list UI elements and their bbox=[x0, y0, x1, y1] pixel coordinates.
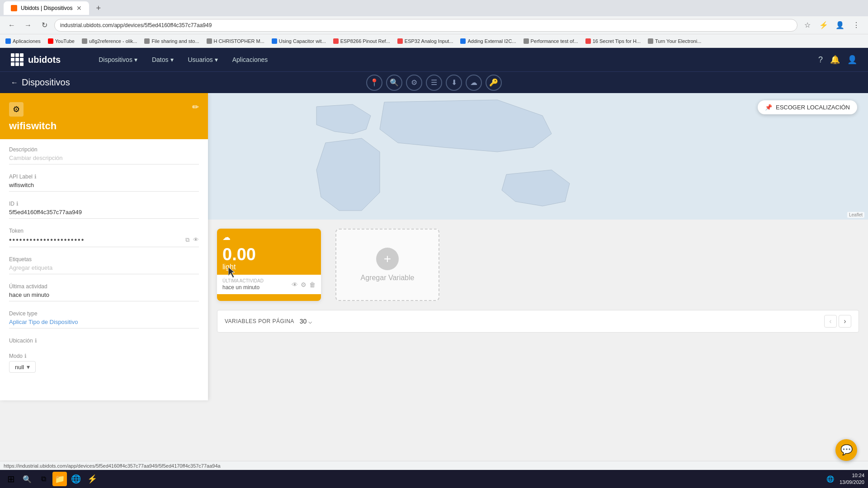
bookmark-turnyour[interactable]: Turn Your Electroni... bbox=[648, 38, 701, 44]
tab-favicon bbox=[11, 5, 17, 11]
bookmark-star-icon[interactable]: ☆ bbox=[801, 19, 814, 32]
bookmark-label: Adding External I2C... bbox=[467, 38, 516, 44]
apps-icon[interactable]: ⚡ bbox=[85, 472, 99, 486]
user-avatar[interactable]: 👤 bbox=[847, 55, 857, 65]
variables-row: ☁ 0.00 light Última actividad hace un mi… bbox=[217, 229, 859, 301]
taskbar-right: 🌐 10:24 13/09/2020 bbox=[826, 472, 864, 486]
app-header: ubidots Dispositivos ▾ Datos ▾ Usuarios … bbox=[0, 48, 868, 71]
info-icon: ℹ bbox=[34, 174, 37, 180]
token-row: •••••••••••••••••••••• ⧉ 👁 bbox=[9, 236, 199, 247]
bookmark-esp32[interactable]: ESP32 Analog Input... bbox=[397, 38, 453, 44]
description-value[interactable]: Cambiar descripción bbox=[9, 155, 199, 164]
edit-icon[interactable]: ✏ bbox=[192, 102, 199, 112]
bookmark-i2c[interactable]: Adding External I2C... bbox=[460, 38, 516, 44]
info-icon: ℹ bbox=[16, 201, 19, 207]
logo-dot bbox=[11, 53, 14, 57]
toolbar-key-btn[interactable]: 🔑 bbox=[486, 75, 502, 91]
toolbar-settings-btn[interactable]: ⚙ bbox=[406, 75, 422, 91]
forward-button[interactable]: → bbox=[22, 19, 34, 32]
address-bar[interactable]: industrial.ubidots.com/app/devices/5f5ed… bbox=[54, 19, 797, 32]
device-type-value[interactable]: Aplicar Tipo de Dispositivo bbox=[9, 319, 199, 328]
locate-label: ESCOGER LOCALIZACIÓN bbox=[776, 104, 850, 111]
profile-icon[interactable]: 👤 bbox=[834, 19, 846, 32]
settings-icon[interactable]: ⚙ bbox=[301, 281, 307, 288]
variable-card-light[interactable]: ☁ 0.00 light Última actividad hace un mi… bbox=[217, 229, 321, 301]
bookmark-favicon bbox=[524, 38, 529, 44]
bookmark-u8g2[interactable]: u8g2reference - olik... bbox=[82, 38, 137, 44]
nav-datos[interactable]: Datos ▾ bbox=[146, 53, 179, 66]
chevron-down-icon: ⌵ bbox=[308, 318, 312, 325]
add-variable-card[interactable]: + Agregar Variable bbox=[335, 229, 439, 301]
bookmark-aplicaciones[interactable]: Aplicaciones bbox=[5, 38, 41, 44]
variable-value: 0.00 bbox=[217, 244, 321, 263]
logo-dot bbox=[11, 62, 14, 66]
back-arrow-icon: ← bbox=[11, 79, 18, 87]
back-button[interactable]: ← bbox=[5, 19, 18, 32]
id-label: ID ℹ bbox=[9, 201, 199, 207]
bookmark-label: Aplicaciones bbox=[13, 38, 41, 44]
nav-label: Datos bbox=[152, 56, 169, 63]
search-taskbar-icon[interactable]: 🔍 bbox=[20, 472, 34, 486]
bookmark-christopher[interactable]: H CHRISTOPHER M... bbox=[207, 38, 264, 44]
modo-select[interactable]: null ▾ bbox=[9, 361, 36, 373]
notifications-icon[interactable]: 🔔 bbox=[830, 55, 840, 65]
menu-icon[interactable]: ⋮ bbox=[850, 19, 863, 32]
nav-aplicaciones[interactable]: Aplicaciones bbox=[227, 53, 274, 66]
etiquetas-value[interactable]: Agregar etiqueta bbox=[9, 264, 199, 274]
bookmark-label: 16 Secret Tips for H... bbox=[593, 38, 641, 44]
bookmark-esp8266[interactable]: ESP8266 Pinout Ref... bbox=[333, 38, 390, 44]
toolbar-list-btn[interactable]: ☰ bbox=[426, 75, 442, 91]
card-header: ☁ bbox=[217, 229, 321, 244]
sidebar: ⚙ ✏ wifiswitch Descripción Cambiar descr… bbox=[0, 93, 208, 400]
active-tab[interactable]: Ubidots | Dispositivos ✕ bbox=[4, 1, 89, 15]
toolbar-location-btn[interactable]: 📍 bbox=[366, 75, 382, 91]
help-icon[interactable]: ? bbox=[818, 55, 823, 65]
tab-bar: Ubidots | Dispositivos ✕ + bbox=[0, 0, 868, 16]
new-tab-button[interactable]: + bbox=[93, 4, 105, 13]
logo[interactable]: ubidots bbox=[11, 53, 61, 66]
reload-button[interactable]: ↻ bbox=[38, 19, 51, 32]
eye-icon[interactable]: 👁 bbox=[292, 281, 298, 288]
bookmark-favicon bbox=[5, 38, 11, 44]
bookmark-youtube[interactable]: YouTube bbox=[48, 38, 75, 44]
prev-page-btn[interactable]: ‹ bbox=[824, 315, 837, 328]
task-view-icon[interactable]: ⧉ bbox=[36, 472, 51, 486]
start-menu-icon[interactable]: ⊞ bbox=[4, 472, 18, 486]
tab-close-icon[interactable]: ✕ bbox=[76, 5, 82, 12]
chevron-down-icon: ▾ bbox=[215, 56, 218, 63]
bookmark-label: H CHRISTOPHER M... bbox=[214, 38, 264, 44]
locate-icon: 📌 bbox=[765, 104, 772, 111]
copy-icon[interactable]: ⧉ bbox=[185, 236, 189, 244]
next-page-btn[interactable]: › bbox=[839, 315, 851, 328]
header-right: ? 🔔 👤 bbox=[818, 55, 857, 65]
bookmark-16secret[interactable]: 16 Secret Tips for H... bbox=[585, 38, 641, 44]
per-page-value[interactable]: 30 ⌵ bbox=[300, 318, 312, 325]
network-icon[interactable]: 🌐 bbox=[826, 475, 834, 483]
bookmark-performance[interactable]: Performance test of... bbox=[524, 38, 578, 44]
chevron-down-icon: ▾ bbox=[170, 56, 174, 63]
file-explorer-icon[interactable]: 📁 bbox=[52, 472, 67, 486]
bookmark-label: YouTube bbox=[55, 38, 75, 44]
back-to-devices[interactable]: ← Dispositivos bbox=[11, 77, 70, 88]
field-api-label: API Label ℹ wifiswitch bbox=[9, 174, 199, 192]
info-icon: ℹ bbox=[35, 338, 37, 344]
bookmark-label: File sharing and sto... bbox=[151, 38, 199, 44]
logo-dot bbox=[15, 53, 19, 57]
api-label-value[interactable]: wifiswitch bbox=[9, 182, 199, 192]
bookmark-capacitor[interactable]: Using Capacitor wit... bbox=[272, 38, 326, 44]
delete-icon[interactable]: 🗑 bbox=[309, 281, 316, 288]
toolbar-search-btn[interactable]: 🔍 bbox=[386, 75, 402, 91]
chat-bubble[interactable]: 💬 bbox=[835, 439, 857, 461]
field-id: ID ℹ 5f5ed4160ff4c357c77aa949 bbox=[9, 201, 199, 219]
nav-dispositivos[interactable]: Dispositivos ▾ bbox=[93, 53, 143, 66]
toolbar-cloud-btn[interactable]: ☁ bbox=[466, 75, 482, 91]
locate-btn[interactable]: 📌 ESCOGER LOCALIZACIÓN bbox=[758, 100, 857, 114]
visibility-icon[interactable]: 👁 bbox=[193, 236, 199, 244]
toolbar-download-btn[interactable]: ⬇ bbox=[446, 75, 462, 91]
browser-taskbar-icon[interactable]: 🌐 bbox=[69, 472, 83, 486]
bookmark-filesharing[interactable]: File sharing and sto... bbox=[144, 38, 199, 44]
browser-controls: ← → ↻ industrial.ubidots.com/app/devices… bbox=[0, 16, 868, 34]
nav-label: Dispositivos bbox=[99, 56, 132, 63]
nav-usuarios[interactable]: Usuarios ▾ bbox=[183, 53, 223, 66]
extensions-icon[interactable]: ⚡ bbox=[817, 19, 830, 32]
